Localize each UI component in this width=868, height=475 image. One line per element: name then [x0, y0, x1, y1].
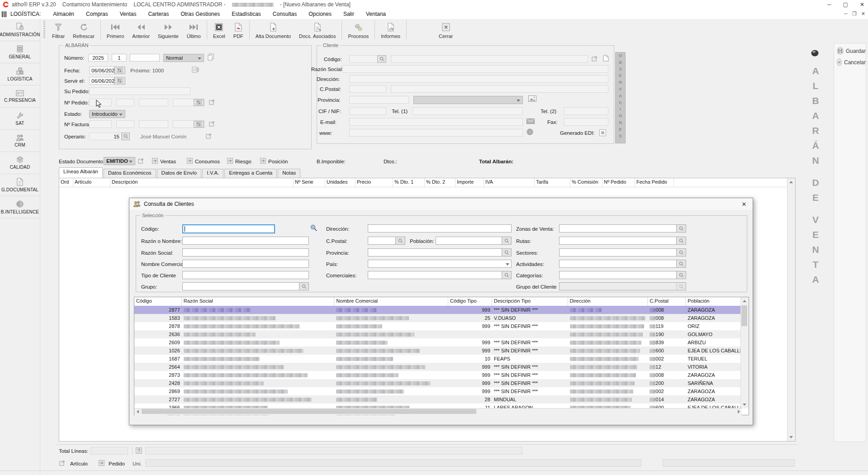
results-header-nombre-comercial[interactable]: Nombre Comercial	[334, 297, 448, 306]
client-row-2869[interactable]: 2869999*** SIN DEFINIR ***002ZARAGOZA	[134, 387, 742, 395]
copy-icon[interactable]	[208, 53, 214, 61]
lines-header--dto-2[interactable]: % Dto. 2	[425, 178, 455, 187]
toolbar-button-docs-asociados[interactable]: Docs. Asociados	[295, 19, 340, 41]
cliente-codigo-search-button[interactable]	[377, 55, 386, 63]
dlg-pais-dropdown[interactable]	[368, 260, 512, 268]
menu-item-compras[interactable]: Compras	[80, 11, 114, 17]
dlg-zonas-field[interactable]	[559, 224, 686, 233]
www-field[interactable]	[349, 129, 523, 137]
n-pedido-serie-field[interactable]	[116, 99, 134, 106]
fecha-calendar-button[interactable]	[114, 66, 125, 74]
client-row-2428[interactable]: 2428999*** SIN DEFINIR ***200SARIÑENA	[134, 379, 742, 387]
external-link-icon[interactable]	[206, 133, 212, 139]
external-link-icon[interactable]	[592, 56, 598, 62]
dlg-razon-nombre-field[interactable]	[182, 237, 309, 245]
mdi-restore-icon[interactable]: ❐	[852, 11, 857, 17]
toolbar-button-filtrar[interactable]: Filtrar	[48, 19, 69, 41]
menu-item-ventas[interactable]: Ventas	[114, 11, 142, 17]
cancel-button[interactable]: ✕ Cancelar	[837, 58, 866, 66]
dlg-razon-social-field[interactable]	[182, 248, 309, 256]
menu-item-almac-n[interactable]: Almacén	[47, 11, 80, 17]
dialog-titlebar[interactable]: Consulta de Clientes ✕	[129, 198, 753, 210]
dlg-nombre-comercial-field[interactable]	[182, 260, 309, 268]
fecha-field[interactable]: 06/06/2025	[89, 66, 114, 74]
dlg-poblacion-field[interactable]	[436, 237, 512, 245]
tab-líneas-albarán[interactable]: Líneas Albarán	[59, 167, 103, 178]
numero-doc-field[interactable]	[130, 54, 160, 62]
lines-header-importe[interactable]: Importe	[455, 178, 484, 187]
tab-datos-de-envío[interactable]: Datos de Envío	[157, 169, 202, 178]
toolbar-button-anterior[interactable]: Anterior	[128, 19, 154, 41]
dlg-direccion-field[interactable]	[368, 224, 512, 233]
toolbar-button-cerrar[interactable]: Cerrar	[435, 19, 457, 41]
search-icon[interactable]	[502, 237, 511, 244]
toolbar-button-siguiente[interactable]: Siguiente	[154, 19, 183, 41]
cliente-nombre-field[interactable]	[391, 55, 588, 63]
search-icon[interactable]	[395, 237, 405, 244]
lines-header-precio[interactable]: Precio	[356, 178, 393, 187]
tab-i-v-a-[interactable]: I.V.A.	[202, 169, 223, 178]
sidebar-item-calidad[interactable]: CALIDAD	[0, 152, 40, 174]
servir-field[interactable]: 06/06/2025	[89, 77, 114, 85]
numero-serie-field[interactable]: 1	[112, 54, 127, 62]
sidebar-item-logística[interactable]: LOGÍSTICA	[0, 63, 40, 86]
cliente-razon-field[interactable]	[342, 65, 608, 73]
external-link-icon[interactable]	[209, 99, 215, 105]
client-row-1583[interactable]: 158325V.DUASO008ZARAGOZA	[134, 314, 742, 322]
scroll-thumb[interactable]	[142, 409, 476, 414]
scroll-up-button[interactable]	[787, 178, 795, 186]
scroll-up-button[interactable]	[741, 297, 748, 305]
search-icon[interactable]	[502, 249, 511, 256]
dlg-categorias-field[interactable]	[559, 271, 686, 279]
tab-entregas-a-cuenta[interactable]: Entregas a Cuenta	[224, 169, 277, 178]
scroll-down-button[interactable]	[787, 433, 795, 441]
email-field[interactable]	[349, 118, 523, 126]
dlg-provincia-field[interactable]	[368, 248, 512, 256]
results-header-c-postal[interactable]: C.Postal	[648, 297, 686, 306]
menu-item-consultas[interactable]: Consultas	[267, 11, 303, 17]
find-client-icon[interactable]	[310, 224, 318, 232]
numero-year-field[interactable]: 2025	[88, 54, 108, 62]
n-factura-num-field[interactable]	[139, 120, 168, 128]
lines-header-ord[interactable]: Ord	[59, 178, 73, 187]
toolbar-button-procesos[interactable]: Procesos	[344, 19, 373, 41]
dialog-horizontal-scrollbar[interactable]	[134, 408, 742, 415]
toolbar-button-alta-documento[interactable]: Alta Documento	[251, 19, 295, 41]
toolbar-button-último[interactable]: Último	[183, 19, 205, 41]
n-pedido-calendar-button[interactable]	[194, 99, 204, 106]
estado-doc-dropdown[interactable]: EMITIDO	[104, 157, 135, 165]
observaciones-strip[interactable]: OBSERVACIONES	[615, 52, 626, 143]
search-icon[interactable]	[676, 225, 686, 232]
cliente-cif-field[interactable]	[349, 107, 386, 115]
dialog-vertical-scrollbar[interactable]	[740, 297, 749, 408]
maximize-button[interactable]: ▢	[843, 1, 848, 8]
search-icon[interactable]	[676, 271, 686, 279]
edi-checkbox[interactable]	[599, 129, 606, 136]
results-header-población[interactable]: Población	[686, 297, 742, 306]
results-header-dirección[interactable]: Dirección	[568, 297, 648, 306]
su-pedido-field[interactable]	[89, 87, 190, 95]
save-button[interactable]: Guardar	[837, 47, 866, 55]
operario-search-button[interactable]	[122, 133, 130, 140]
results-header-código-tipo[interactable]: Código Tipo	[448, 297, 492, 306]
client-row-1026[interactable]: 1026999*** SIN DEFINIR ***600EJEA DE LOS…	[134, 347, 742, 355]
client-row-2609[interactable]: 2609999*** SIN DEFINIR ***839ARBIZU	[134, 338, 742, 347]
dlg-codigo-field[interactable]	[182, 224, 275, 233]
cliente-provincia-field[interactable]	[349, 96, 409, 104]
sidebar-item-g-documental[interactable]: G.DOCUMENTAL	[0, 174, 40, 196]
menu-item-opciones[interactable]: Opciones	[303, 11, 337, 17]
scroll-left-button[interactable]	[134, 408, 141, 414]
goto-posición-button[interactable]	[260, 158, 266, 164]
dlg-cpostal-field[interactable]	[368, 237, 405, 245]
dlg-tipo-cliente-field[interactable]	[182, 271, 309, 279]
lines-header-n-serie[interactable]: Nº Serie	[294, 178, 325, 187]
search-icon[interactable]	[299, 283, 308, 290]
cliente-pais-dropdown[interactable]	[413, 96, 523, 104]
help-button[interactable]: ?	[136, 447, 142, 454]
dlg-sectores-field[interactable]	[559, 248, 686, 256]
client-row-2877[interactable]: 2877999*** SIN DEFINIR ***008ZARAGOZA	[134, 306, 742, 314]
client-row-2873[interactable]: 2873999*** SIN DEFINIR ***008ZARAGOZA	[134, 371, 742, 379]
external-link-icon[interactable]	[59, 460, 65, 466]
toolbar-button-refrescar[interactable]: Refrescar	[69, 19, 99, 41]
servir-calendar-button[interactable]	[114, 77, 125, 85]
